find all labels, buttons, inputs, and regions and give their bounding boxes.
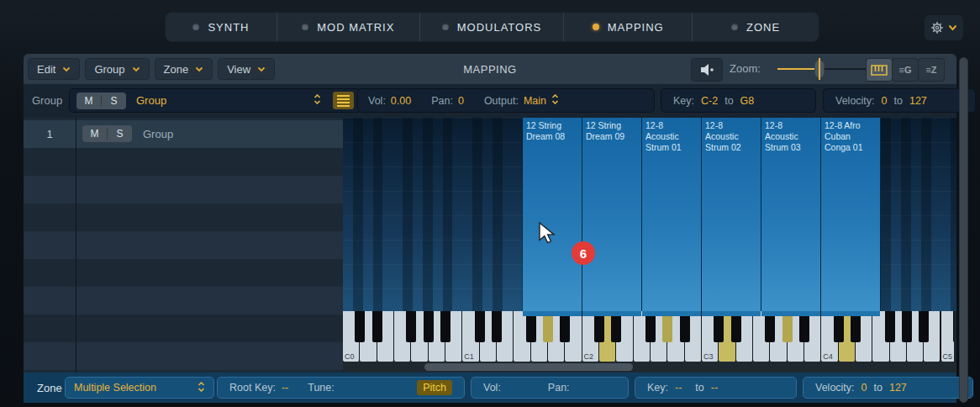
group-list-menu-button[interactable] (333, 92, 354, 109)
horizontal-scrollbar-track[interactable] (343, 362, 956, 373)
sample-zone[interactable]: 12-8 Acoustic Strum 01 (642, 118, 702, 311)
key-low-value[interactable]: C-2 (701, 95, 718, 107)
piano-keyboard: C0C1C2C3C4C5 (343, 311, 954, 362)
piano-key-A#4[interactable] (919, 311, 929, 342)
piano-key-F#4[interactable] (885, 311, 895, 342)
key-column-stripe (493, 118, 503, 311)
octave-label: C0 (345, 352, 355, 361)
vertical-scrollbar[interactable] (959, 57, 968, 403)
zone-velocity-high[interactable]: 127 (889, 382, 907, 394)
group-view-icon: ≡G (899, 65, 912, 75)
menu-edit[interactable]: Edit (28, 58, 80, 80)
mouse-cursor (539, 222, 557, 246)
table-row[interactable] (24, 148, 343, 176)
key-column-stripe (921, 118, 931, 311)
piano-key-A#0[interactable] (440, 311, 450, 342)
octave-label: C5 (943, 352, 953, 361)
group-row-number: 1 (24, 120, 76, 148)
group-name-value[interactable]: Group (136, 94, 166, 107)
zone-key-low[interactable]: -- (675, 382, 682, 394)
zone-vol-label[interactable]: Vol: (483, 382, 501, 394)
zone-selection-chevrons (198, 382, 205, 394)
root-key-value[interactable]: -- (282, 382, 288, 394)
tab-zone[interactable]: ZONE (692, 13, 819, 41)
zone-mapping-grid[interactable]: 12 String Dream 0812 String Dream 0912-8… (343, 118, 956, 311)
piano-key-C#1[interactable] (475, 311, 485, 342)
settings-button[interactable] (925, 15, 963, 40)
key-high-value[interactable]: G8 (740, 95, 755, 107)
velocity-high-value[interactable]: 127 (909, 95, 927, 107)
drag-count-badge: 6 (572, 241, 595, 265)
menu-view[interactable]: View (218, 58, 275, 80)
piano-key-C#5[interactable] (953, 311, 954, 342)
table-row[interactable] (24, 204, 343, 231)
vol-value[interactable]: 0.00 (391, 95, 411, 107)
audition-button[interactable] (691, 58, 723, 82)
zone-velocity-low[interactable]: 0 (861, 382, 867, 394)
piano-key-D#1[interactable] (492, 311, 502, 342)
piano-key-F#0[interactable] (406, 311, 416, 342)
sample-zone[interactable]: 12-8 Afro Cuban Conga 01 (821, 118, 881, 311)
sample-zone[interactable]: 12 String Dream 08 (523, 118, 582, 311)
tab-led-icon (442, 24, 449, 30)
table-row[interactable] (24, 287, 343, 314)
tab-label: MOD MATRIX (317, 21, 394, 34)
piano-keys-icon (871, 65, 888, 76)
octave-label: C3 (703, 352, 714, 361)
sample-zone[interactable]: 12-8 Acoustic Strum 03 (761, 118, 821, 311)
table-row[interactable] (24, 231, 343, 259)
tab-modulators[interactable]: MODULATORS (419, 13, 564, 41)
piano-key-C5[interactable]: C5 (941, 311, 955, 362)
keyboard-view-button[interactable] (866, 58, 893, 82)
menu-group[interactable]: Group (85, 58, 149, 80)
tab-synth[interactable]: SYNTH (166, 13, 277, 41)
piano-key-C#0[interactable] (355, 311, 365, 342)
pan-value[interactable]: 0 (458, 95, 464, 107)
tab-mod-matrix[interactable]: MOD MATRIX (277, 13, 419, 41)
tab-mapping[interactable]: MAPPING (563, 13, 692, 41)
group-view-button[interactable]: ≡G (892, 58, 919, 82)
zone-pan-label[interactable]: Pan: (548, 382, 570, 394)
instrument-tab-bar: SYNTHMOD MATRIXMODULATORSMAPPINGZONE (165, 12, 819, 42)
table-row[interactable] (24, 314, 343, 342)
velocity-low-value[interactable]: 0 (882, 95, 888, 107)
table-row[interactable] (24, 259, 343, 287)
key-to-label: to (724, 95, 733, 107)
menu-label: Zone (164, 63, 189, 76)
key-column-stripe (951, 118, 956, 311)
output-select-chevrons[interactable] (551, 94, 559, 107)
mute-button[interactable]: M (82, 128, 108, 140)
zone-selection-dropdown[interactable]: Multiple Selection (65, 377, 214, 399)
key-column-stripe (403, 118, 413, 311)
horizontal-scrollbar-thumb[interactable] (424, 363, 633, 371)
group-select-chevrons[interactable] (313, 94, 321, 107)
zone-velocity-to-label: to (874, 382, 883, 394)
output-value[interactable]: Main (524, 95, 546, 107)
zone-key-range-box: Key: -- to -- (635, 377, 797, 399)
menu-zone[interactable]: Zone (155, 58, 213, 80)
tab-label: MAPPING (608, 21, 664, 34)
chevron-down-icon (948, 24, 957, 31)
key-column-stripe (443, 118, 453, 311)
solo-button[interactable]: S (102, 95, 126, 107)
tune-label: Tune: (308, 382, 335, 394)
pitch-toggle-button[interactable]: Pitch (417, 380, 452, 395)
key-column-stripe (373, 118, 383, 311)
mute-button[interactable]: M (76, 95, 102, 107)
sample-zone[interactable]: 12-8 Acoustic Strum 02 (702, 118, 761, 311)
table-row[interactable] (24, 176, 343, 204)
table-row[interactable]: 1MSGroup (24, 120, 343, 148)
tab-led-icon (192, 24, 199, 30)
octave-label: C1 (464, 352, 474, 361)
solo-button[interactable]: S (108, 128, 132, 140)
piano-key-G#0[interactable] (424, 311, 434, 342)
sample-zone[interactable]: 12 String Dream 09 (582, 118, 642, 311)
group-mute-solo: M S (76, 92, 126, 109)
piano-key-D#0[interactable] (372, 311, 382, 342)
table-row[interactable] (24, 342, 343, 370)
zone-view-button[interactable]: ≡Z (918, 58, 945, 82)
key-column-stripe (901, 118, 911, 311)
group-header-row: Group M S Group Vol: 0.00 Pan: 0 Output:… (24, 84, 956, 118)
zone-key-high[interactable]: -- (711, 382, 718, 394)
piano-key-G#4[interactable] (902, 311, 912, 342)
